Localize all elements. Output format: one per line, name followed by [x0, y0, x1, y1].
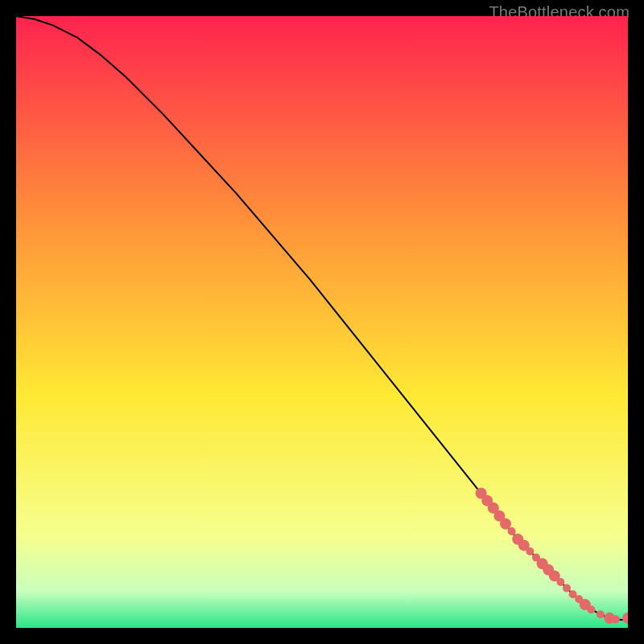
gradient-background	[16, 16, 628, 628]
highlight-dot	[563, 584, 571, 592]
highlight-dot	[500, 518, 511, 530]
highlight-dot	[612, 615, 620, 623]
highlight-dot	[526, 547, 534, 555]
highlight-dot	[597, 610, 605, 618]
highlight-dot	[587, 605, 595, 613]
plot-area	[16, 16, 628, 628]
chart-svg	[16, 16, 628, 628]
highlight-dot	[556, 578, 564, 586]
chart-page: TheBottleneck.com	[0, 0, 644, 644]
highlight-dot	[508, 527, 516, 535]
